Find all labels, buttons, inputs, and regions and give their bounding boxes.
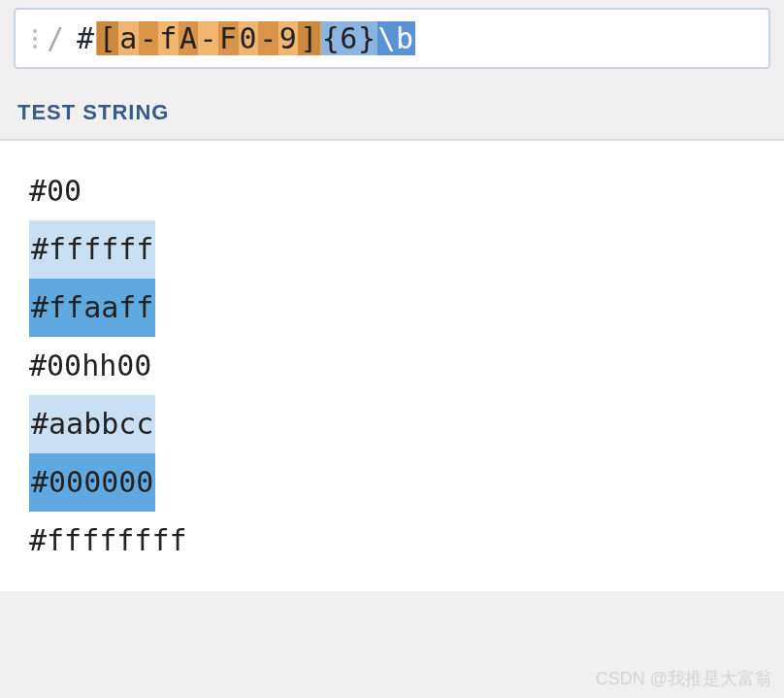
regex-charclass-char: F [218,21,239,55]
regex-charclass-char: - [198,21,218,55]
regex-anchor: \b [377,21,415,55]
regex-charclass-char: 9 [278,21,299,55]
regex-match: #ffffff [29,220,155,279]
test-line: #00 [29,162,755,220]
watermark: CSDN @我推是大富翁 [596,667,772,690]
regex-charclass-char: a [118,21,139,55]
regex-charclass-char: - [258,21,278,55]
regex-charclass-char: - [139,21,159,55]
test-line: #ffaaff [29,279,755,337]
regex-charclass: [a-fA-F0-9] [96,21,321,55]
drag-handle-icon[interactable] [33,29,37,49]
regex-charclass-char: f [158,21,179,55]
regex-literal-hash: # [76,21,96,55]
test-line: #ffffffff [29,512,755,570]
regex-quantifier: {6} [321,21,377,55]
section-title: TEST STRING [17,100,784,125]
regex-delimiter: / [47,21,64,55]
regex-match: #000000 [29,453,155,512]
regex-charclass-char: 0 [239,21,259,55]
test-line: #ffffff [29,220,755,279]
regex-match: #ffaaff [29,279,155,337]
test-string-area[interactable]: #00#ffffff#ffaaff#00hh00#aabbcc#000000#f… [0,139,784,591]
test-line: #00hh00 [29,337,755,395]
regex-input[interactable]: / # [a-fA-F0-9]{6}\b [14,8,770,69]
test-line: #000000 [29,453,755,512]
regex-charclass-char: A [179,21,199,55]
test-line: #aabbcc [29,395,755,453]
regex-match: #aabbcc [29,395,155,453]
regex-pattern: # [a-fA-F0-9]{6}\b [76,21,415,55]
